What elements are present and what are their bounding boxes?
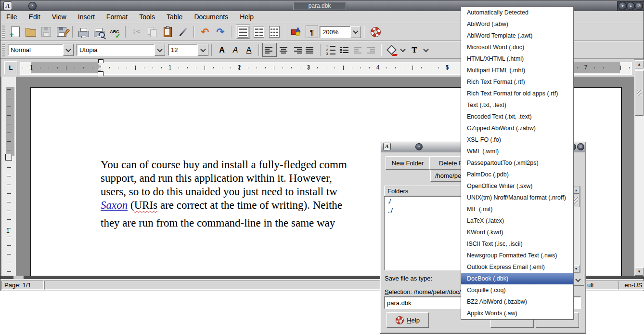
- font-dropdown-button[interactable]: [155, 44, 165, 56]
- format-painter-button[interactable]: [176, 25, 190, 39]
- three-columns-button[interactable]: [268, 25, 281, 39]
- file-type-option[interactable]: Automatically Detected: [461, 7, 573, 18]
- menu-item[interactable]: Table: [161, 12, 188, 22]
- underline-button[interactable]: A: [242, 43, 256, 56]
- highlight-color-button[interactable]: [385, 43, 398, 56]
- dialog-menu-button[interactable]: •: [415, 143, 423, 150]
- size-dropdown-button[interactable]: [198, 44, 208, 56]
- align-right-button[interactable]: [290, 43, 304, 56]
- size-combo[interactable]: 12: [168, 44, 208, 56]
- file-type-option[interactable]: MIF (.mif): [461, 203, 573, 215]
- file-type-option[interactable]: Newsgroup Formatted Text (.nws): [461, 250, 573, 261]
- indent-marker-top[interactable]: [97, 63, 103, 67]
- style-dropdown-button[interactable]: [63, 44, 74, 56]
- paste-button[interactable]: [161, 25, 174, 39]
- file-type-option[interactable]: Outlook Express Email (.eml): [461, 261, 573, 273]
- file-type-option[interactable]: Applix Words (.aw): [461, 308, 573, 319]
- bullet-list-button[interactable]: [337, 43, 351, 56]
- new-document-button[interactable]: +: [9, 25, 22, 39]
- font-color-dropdown[interactable]: [421, 44, 431, 56]
- file-type-option[interactable]: Rich Text Format for old apps (.rtf): [461, 88, 573, 99]
- align-left-button[interactable]: [262, 43, 277, 57]
- folders-list-header[interactable]: Folders: [384, 186, 467, 196]
- bold-button[interactable]: A: [215, 43, 229, 56]
- tab-stop-selector[interactable]: L: [4, 61, 17, 74]
- scroll-down-button[interactable]: ▼: [635, 268, 644, 276]
- file-type-option[interactable]: Text (.txt, .text): [461, 99, 573, 111]
- maximize-button[interactable]: ▴: [627, 2, 635, 10]
- window-menu-button[interactable]: •: [28, 2, 37, 10]
- one-column-button[interactable]: [236, 25, 250, 39]
- files-scroll-up-button[interactable]: ▲: [573, 187, 580, 194]
- increase-indent-button[interactable]: [364, 43, 378, 56]
- indent-marker-bottom[interactable]: [97, 67, 103, 70]
- file-type-option[interactable]: Encoded Text (.txt, .text): [461, 111, 573, 122]
- file-type-option[interactable]: HTML/XHTML (.html): [461, 53, 573, 65]
- scrollbar-thumb[interactable]: [635, 70, 644, 116]
- left-indent-marker[interactable]: [98, 71, 103, 76]
- folder-item[interactable]: ./: [385, 197, 466, 206]
- file-type-option[interactable]: Rich Text Format (.rtf): [461, 76, 573, 88]
- insert-symbol-button[interactable]: [290, 25, 303, 39]
- file-type-option[interactable]: XSL-FO (.fo): [461, 134, 573, 146]
- file-type-option[interactable]: BZ2 AbiWord (.bzabw): [461, 296, 573, 308]
- dialog-help-button[interactable]: Help: [386, 312, 429, 328]
- file-type-option[interactable]: UNIX(tm) Nroff/Manual format (.nroff): [461, 192, 573, 203]
- align-center-button[interactable]: [277, 43, 290, 56]
- highlight-color-dropdown[interactable]: [398, 44, 408, 56]
- file-type-option[interactable]: LaTeX (.latex): [461, 215, 573, 227]
- font-combo[interactable]: Utopia: [77, 44, 165, 56]
- menu-item[interactable]: Documents: [188, 12, 234, 22]
- file-type-option[interactable]: Multipart HTML (.mht): [461, 65, 573, 76]
- redo-button[interactable]: ↷: [214, 25, 227, 39]
- toolbar-drag-handle[interactable]: [2, 26, 5, 38]
- two-columns-button[interactable]: [252, 25, 266, 39]
- saxon-hyperlink[interactable]: Saxon: [101, 199, 128, 211]
- files-scrollbar-thumb[interactable]: [573, 194, 580, 207]
- size-value[interactable]: 12: [168, 44, 198, 56]
- document-text[interactable]: You can of course buy and install a full…: [101, 158, 347, 230]
- top-margin-marker[interactable]: [5, 154, 12, 161]
- file-type-option[interactable]: DocBook (.dbk): [461, 273, 573, 284]
- toolbar-drag-handle[interactable]: [2, 44, 5, 56]
- font-value[interactable]: Utopia: [77, 44, 155, 56]
- undo-button[interactable]: ↶: [198, 25, 212, 39]
- print-button[interactable]: [77, 25, 90, 39]
- menu-item[interactable]: Insert: [72, 12, 101, 22]
- help-button[interactable]: [369, 25, 382, 39]
- file-type-option[interactable]: AbiWord Template (.awt): [461, 30, 573, 41]
- numbered-list-button[interactable]: 1 2 3: [324, 43, 337, 56]
- spellcheck-button[interactable]: ABC✓: [108, 25, 121, 39]
- align-justify-button[interactable]: [304, 43, 317, 56]
- file-type-option[interactable]: OpenOffice Writer (.sxw): [461, 180, 573, 192]
- horizontal-scrollbar-stub[interactable]: [13, 276, 24, 279]
- italic-button[interactable]: A: [229, 43, 242, 56]
- scroll-up-button[interactable]: ▲: [635, 60, 644, 68]
- cut-button[interactable]: ✂: [130, 25, 143, 39]
- file-type-option[interactable]: Coquille (.coq): [461, 284, 573, 296]
- menu-item[interactable]: Help: [234, 12, 259, 22]
- menu-item[interactable]: Tools: [133, 12, 161, 22]
- save-as-button[interactable]: [55, 25, 68, 39]
- file-type-option[interactable]: PalmDoc (.pdb): [461, 169, 573, 180]
- shade-button[interactable]: ▾: [618, 2, 627, 10]
- new-folder-button[interactable]: New Folder: [386, 156, 430, 170]
- style-combo[interactable]: Normal: [8, 44, 74, 56]
- print-preview-button[interactable]: [92, 25, 106, 39]
- dialog-close-button[interactable]: ⊘: [577, 143, 584, 150]
- style-value[interactable]: Normal: [8, 44, 63, 56]
- save-button[interactable]: [39, 25, 53, 39]
- folders-list[interactable]: ./../: [384, 196, 467, 270]
- files-scroll-down-button[interactable]: ▼: [573, 265, 580, 272]
- zoom-input[interactable]: 200%: [320, 26, 350, 38]
- file-type-option[interactable]: ISCII Text (.isc, .iscii): [461, 238, 573, 250]
- menu-item[interactable]: Edit: [23, 12, 46, 22]
- file-type-option[interactable]: Microsoft Word (.doc): [461, 41, 573, 53]
- show-formatting-marks-button[interactable]: ¶: [305, 25, 319, 39]
- vertical-scrollbar[interactable]: ▲ ▼: [634, 59, 644, 277]
- copy-button[interactable]: [145, 25, 159, 39]
- decrease-indent-button[interactable]: [351, 43, 364, 56]
- folder-item[interactable]: ../: [385, 206, 466, 215]
- open-button[interactable]: [24, 25, 38, 39]
- file-type-option[interactable]: AbiWord (.abw): [461, 18, 573, 30]
